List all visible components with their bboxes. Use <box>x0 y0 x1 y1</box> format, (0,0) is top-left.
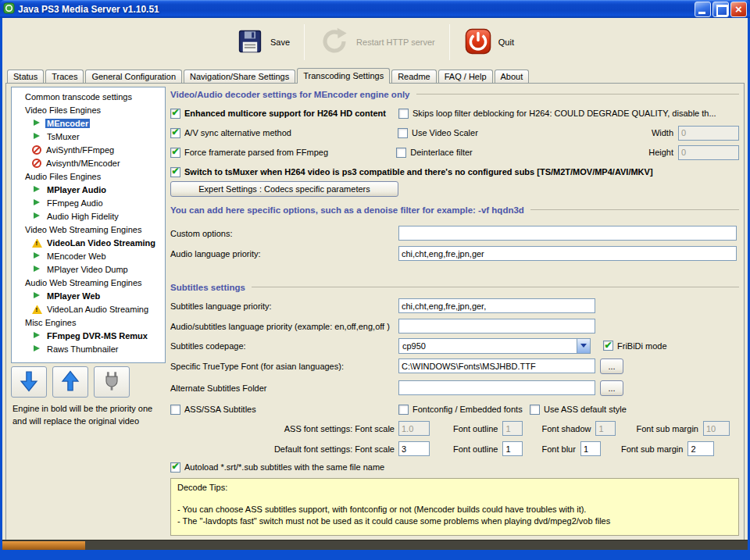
default-font-sub-margin-input[interactable] <box>688 441 714 456</box>
tree-category-video-files-engines[interactable]: Video Files Engines <box>12 103 165 116</box>
ass-font-shadow-label: Font shadow <box>541 424 591 433</box>
tree-item-videolan-audio-streaming[interactable]: VideoLan Audio Streaming <box>12 302 165 316</box>
quit-button[interactable]: Quit <box>459 25 519 59</box>
restart-http-server-button[interactable]: Restart HTTP server <box>314 24 440 60</box>
decode-tips-line: - You can choose ASS subtitles support, … <box>177 504 732 515</box>
close-button[interactable] <box>730 2 747 17</box>
deinterlace-checkbox[interactable] <box>396 148 406 158</box>
switch-tsmuxer-checkbox[interactable] <box>170 167 180 177</box>
window-title: Java PS3 Media Server v1.10.51 <box>18 4 693 15</box>
ass-font-outline-label: Font outline <box>453 424 498 433</box>
tree-category-video-web-streaming-engines[interactable]: Video Web Streaming Engines <box>12 223 165 236</box>
ass-font-sub-margin-label: Font sub margin <box>636 424 698 433</box>
fribidi-label: FriBiDi mode <box>617 341 667 351</box>
subtitles-codepage-label: Subtitles codepage: <box>170 341 398 351</box>
tree-item-avisynth-mencoder[interactable]: Avisynth/MEncoder <box>12 156 165 169</box>
autoload-subtitles-checkbox[interactable] <box>170 462 180 473</box>
alternate-subtitles-folder-label: Alternate Subtitles Folder <box>170 383 398 393</box>
audio-language-priority-input[interactable] <box>398 246 737 261</box>
chevron-down-icon[interactable] <box>577 339 590 353</box>
force-framerate-checkbox[interactable] <box>170 148 180 158</box>
tree-item-mplayer-web[interactable]: MPlayer Web <box>12 289 165 302</box>
section-header-subtitles: Subtitles settings <box>170 281 739 293</box>
tab-faq-help[interactable]: FAQ / Help <box>438 70 493 83</box>
skip-loop-filter-checkbox[interactable] <box>398 109 409 119</box>
tree-item-audio-high-fidelity[interactable]: Audio High Fidelity <box>12 209 165 223</box>
tree-item-tsmuxer[interactable]: TsMuxer <box>12 130 165 143</box>
tree-item-mplayer-audio[interactable]: MPlayer Audio <box>12 183 165 196</box>
fontconfig-checkbox[interactable] <box>398 405 409 415</box>
engine-enabled-icon <box>32 264 42 274</box>
minimize-button[interactable] <box>695 2 711 17</box>
tab-navigation-share-settings[interactable]: Navigation/Share Settings <box>184 70 295 83</box>
fribidi-checkbox[interactable] <box>603 341 613 351</box>
section-header-custom-options: You can add here specific options, such … <box>170 204 739 216</box>
arrow-up-icon <box>59 369 82 395</box>
memory-status-bar <box>2 540 748 550</box>
ass-default-style-checkbox[interactable] <box>530 405 540 415</box>
tab-status[interactable]: Status <box>7 70 44 83</box>
tab-transcoding-settings[interactable]: Transcoding Settings <box>297 68 390 84</box>
custom-options-input[interactable] <box>398 226 737 241</box>
browse-subtitles-folder-button[interactable]: ... <box>600 380 623 396</box>
audio-subtitles-priority-label: Audio/subtitles language priority (examp… <box>170 322 398 331</box>
tree-item-videolan-video-streaming[interactable]: VideoLan Video Streaming <box>12 236 165 249</box>
tab-general-configuration[interactable]: General Configuration <box>85 70 182 83</box>
tree-category-audio-web-streaming-engines[interactable]: Audio Web Streaming Engines <box>12 276 165 289</box>
truetype-font-input[interactable] <box>398 358 595 373</box>
tree-item-avisynth-ffmpeg[interactable]: AviSynth/FFmpeg <box>12 143 165 156</box>
subtitles-language-priority-input[interactable] <box>398 298 595 313</box>
ass-font-shadow-input[interactable] <box>595 421 616 436</box>
save-button[interactable]: Save <box>231 25 295 59</box>
tree-item-common-transcode-settings[interactable]: Common transcode settings <box>12 90 165 103</box>
expert-settings-button[interactable]: Expert Settings : Codecs specific parame… <box>170 181 398 197</box>
alternate-subtitles-folder-input[interactable] <box>398 380 595 395</box>
subtitles-codepage-select[interactable]: cp950 <box>398 338 591 354</box>
tree-item-ffmpeg-audio[interactable]: FFmpeg Audio <box>12 196 165 209</box>
default-font-blur-input[interactable] <box>580 441 601 456</box>
engine-enabled-icon <box>32 344 42 354</box>
tree-category-audio-files-engines[interactable]: Audio Files Engines <box>12 169 165 183</box>
toolbar: Save Restart HTTP server Quit <box>2 18 748 66</box>
default-font-outline-input[interactable] <box>502 441 523 456</box>
av-sync-checkbox[interactable] <box>170 128 180 138</box>
width-input[interactable] <box>678 126 739 141</box>
move-engine-up-button[interactable] <box>52 366 88 398</box>
decode-tips-title: Decode Tips: <box>177 482 732 494</box>
video-scaler-checkbox[interactable] <box>398 128 408 138</box>
audio-language-priority-label: Audio language priority: <box>170 249 398 259</box>
subtitles-language-priority-label: Subtitles language priority: <box>170 301 398 311</box>
ass-font-outline-input[interactable] <box>502 421 523 436</box>
default-font-blur-label: Font blur <box>541 444 575 454</box>
tree-item-raws-thumbnailer[interactable]: Raws Thumbnailer <box>12 342 165 355</box>
decode-tips-box: Decode Tips: - You can choose ASS subtit… <box>170 478 739 536</box>
tab-readme[interactable]: Readme <box>391 70 437 83</box>
multicore-checkbox[interactable] <box>170 109 180 119</box>
engine-enabled-icon <box>32 211 42 221</box>
restart-arrow-icon <box>319 27 350 57</box>
engine-disabled-icon <box>32 159 41 168</box>
tree-item-mencoder[interactable]: MEncoder <box>12 116 165 130</box>
default-font-scale-input[interactable] <box>398 441 430 456</box>
maximize-button[interactable] <box>712 2 729 17</box>
tree-category-misc-engines[interactable]: Misc Engines <box>12 316 165 329</box>
engine-disabled-icon <box>32 145 41 155</box>
ass-font-scale-input[interactable] <box>398 421 430 436</box>
tree-item-mencoder-web[interactable]: MEncoder Web <box>12 249 165 262</box>
browse-truetype-font-button[interactable]: ... <box>600 358 623 374</box>
toolbar-separator <box>304 24 305 60</box>
skip-loop-filter-label: Skips loop filter deblocking for H264: C… <box>412 109 716 118</box>
engines-tree: Common transcode settings Video Files En… <box>11 87 166 363</box>
height-input[interactable] <box>678 145 739 160</box>
tree-item-mplayer-video-dump[interactable]: MPlayer Video Dump <box>12 262 165 276</box>
tree-item-ffmpeg-dvrms-remux[interactable]: FFmpeg DVR-MS Remux <box>12 329 165 342</box>
ass-font-sub-margin-input[interactable] <box>703 421 730 436</box>
audio-subtitles-priority-input[interactable] <box>398 319 595 334</box>
ass-ssa-checkbox[interactable] <box>170 405 180 415</box>
window-client-area: Save Restart HTTP server Quit Status Tra… <box>2 18 748 550</box>
truetype-font-label: Specific TrueType Font (for asian langua… <box>170 362 398 371</box>
toggle-engine-button[interactable] <box>94 366 130 398</box>
tab-traces[interactable]: Traces <box>45 70 84 83</box>
move-engine-down-button[interactable] <box>11 366 47 398</box>
tab-about[interactable]: About <box>495 70 530 83</box>
